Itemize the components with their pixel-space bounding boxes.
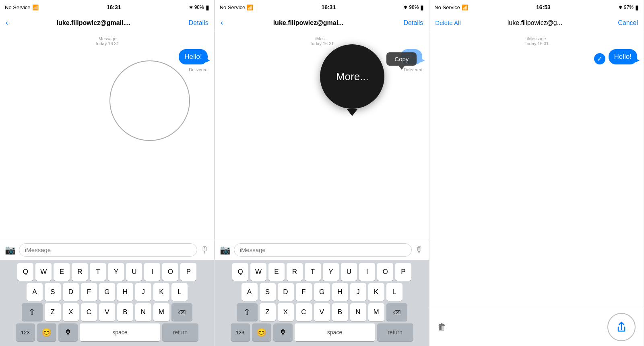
key-c-2[interactable]: C <box>296 303 312 321</box>
key-i-1[interactable]: I <box>144 263 160 281</box>
details-button-1[interactable]: Details <box>189 19 208 27</box>
more-bubble-tail <box>347 109 358 116</box>
share-button-3[interactable] <box>607 313 636 341</box>
bluetooth-icon-3: ✱ <box>619 5 622 10</box>
key-mic-2[interactable]: 🎙 <box>273 323 293 341</box>
key-t-2[interactable]: T <box>305 263 321 281</box>
mic-icon-1[interactable]: 🎙 <box>200 245 209 255</box>
message-input-2[interactable] <box>234 243 412 257</box>
nav-title-3: luke.filipowicz@g... <box>452 19 618 27</box>
key-w-2[interactable]: W <box>250 263 266 281</box>
nav-title-2: luke.filipowicz@gmai... <box>213 19 404 27</box>
key-v-2[interactable]: V <box>314 303 330 321</box>
camera-icon-2[interactable]: 📷 <box>220 245 231 255</box>
key-b-2[interactable]: B <box>332 303 348 321</box>
battery-icon-3: ▮ <box>635 4 639 11</box>
key-i-2[interactable]: I <box>359 263 375 281</box>
key-emoji-2[interactable]: 😊 <box>252 323 271 341</box>
key-z-2[interactable]: Z <box>260 303 276 321</box>
key-shift-1[interactable]: ⇧ <box>22 303 43 321</box>
key-r-1[interactable]: R <box>72 263 88 281</box>
message-bubble-3[interactable]: Hello! <box>609 49 637 64</box>
key-return-1[interactable]: return <box>162 323 198 341</box>
key-u-1[interactable]: U <box>126 263 142 281</box>
key-k-2[interactable]: K <box>368 283 384 301</box>
key-u-2[interactable]: U <box>341 263 357 281</box>
message-input-1[interactable] <box>19 243 197 257</box>
key-w-1[interactable]: W <box>35 263 52 281</box>
key-d-1[interactable]: D <box>63 283 79 301</box>
key-d-2[interactable]: D <box>278 283 294 301</box>
panel-2: No Service 📶 16:31 ✱ 98% ▮ ‹ luke.filipo… <box>215 0 429 346</box>
key-o-1[interactable]: O <box>162 263 178 281</box>
key-e-2[interactable]: E <box>268 263 285 281</box>
key-h-2[interactable]: H <box>332 283 348 301</box>
timestamp-label-1: iMessage <box>6 36 208 41</box>
key-n-1[interactable]: N <box>135 303 151 321</box>
key-q-1[interactable]: Q <box>17 263 33 281</box>
key-k-1[interactable]: K <box>153 283 169 301</box>
more-button-2[interactable]: More... <box>320 44 384 109</box>
no-service-label-3: No Service <box>434 4 460 10</box>
mic-icon-2[interactable]: 🎙 <box>415 245 424 255</box>
key-n-2[interactable]: N <box>350 303 366 321</box>
key-p-2[interactable]: P <box>395 263 411 281</box>
key-h-1[interactable]: H <box>117 283 133 301</box>
wifi-icon-2: 📶 <box>247 4 253 10</box>
key-delete-2[interactable]: ⌫ <box>386 303 407 321</box>
key-s-1[interactable]: S <box>45 283 61 301</box>
copy-popup-container: Copy <box>386 52 417 70</box>
key-shift-2[interactable]: ⇧ <box>237 303 258 321</box>
key-m-2[interactable]: M <box>368 303 384 321</box>
camera-icon-1[interactable]: 📷 <box>5 245 16 255</box>
key-123-1[interactable]: 123 <box>16 323 35 341</box>
message-bubble-1[interactable]: Hello! <box>179 49 207 64</box>
key-m-1[interactable]: M <box>153 303 169 321</box>
trash-icon-3[interactable]: 🗑 <box>438 322 446 332</box>
key-x-2[interactable]: X <box>278 303 294 321</box>
key-emoji-1[interactable]: 😊 <box>37 323 56 341</box>
key-o-2[interactable]: O <box>377 263 393 281</box>
key-q-2[interactable]: Q <box>232 263 248 281</box>
key-g-2[interactable]: G <box>314 283 330 301</box>
key-mic-1[interactable]: 🎙 <box>58 323 78 341</box>
cancel-button-3[interactable]: Cancel <box>618 19 638 27</box>
details-button-2[interactable]: Details <box>403 19 423 27</box>
key-b-1[interactable]: B <box>117 303 133 321</box>
key-j-1[interactable]: J <box>135 283 151 301</box>
key-z-1[interactable]: Z <box>45 303 61 321</box>
key-p-1[interactable]: P <box>180 263 196 281</box>
key-y-1[interactable]: Y <box>108 263 124 281</box>
key-j-2[interactable]: J <box>350 283 366 301</box>
copy-button-2[interactable]: Copy <box>386 52 417 66</box>
key-return-2[interactable]: return <box>377 323 413 341</box>
key-123-2[interactable]: 123 <box>231 323 250 341</box>
battery-percent-2: 98% <box>409 4 419 10</box>
key-f-2[interactable]: F <box>296 283 312 301</box>
check-icon-3[interactable]: ✓ <box>594 53 605 64</box>
key-g-1[interactable]: G <box>99 283 115 301</box>
nav-title-1: luke.filipowicz@gmail.... <box>0 19 189 27</box>
message-area-2: iMes... Today 16:31 H... Delivered Copy … <box>215 32 429 240</box>
key-delete-1[interactable]: ⌫ <box>171 303 192 321</box>
key-space-2[interactable]: space <box>295 323 375 341</box>
key-v-1[interactable]: V <box>99 303 115 321</box>
no-service-label-2: No Service <box>220 4 246 10</box>
message-row-3: ✓ Hello! <box>436 49 637 64</box>
key-s-2[interactable]: S <box>260 283 276 301</box>
key-c-1[interactable]: C <box>81 303 97 321</box>
input-bar-1: 📷 🎙 <box>0 240 214 260</box>
keyboard-2: Q W E R T Y U I O P A S D F G H J K L ⇧ … <box>215 260 429 346</box>
key-t-1[interactable]: T <box>90 263 106 281</box>
key-y-2[interactable]: Y <box>323 263 339 281</box>
key-f-1[interactable]: F <box>81 283 97 301</box>
key-a-1[interactable]: A <box>27 283 43 301</box>
key-l-1[interactable]: L <box>171 283 188 301</box>
key-r-2[interactable]: R <box>287 263 303 281</box>
key-l-2[interactable]: L <box>386 283 402 301</box>
key-e-1[interactable]: E <box>54 263 70 281</box>
kb-row-2-3: ⇧ Z X C V B N M ⌫ <box>217 303 427 321</box>
key-x-1[interactable]: X <box>63 303 79 321</box>
key-space-1[interactable]: space <box>80 323 160 341</box>
key-a-2[interactable]: A <box>242 283 258 301</box>
